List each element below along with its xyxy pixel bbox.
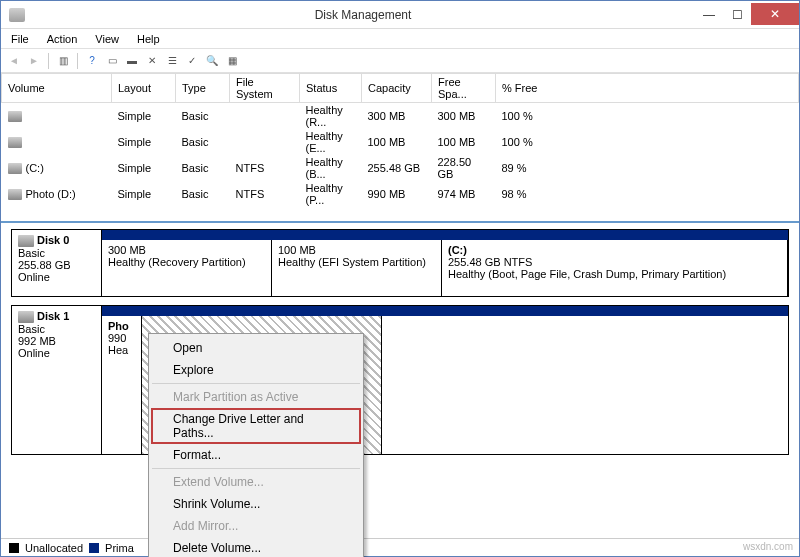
close-button[interactable]: ✕ (751, 3, 799, 25)
minimize-button[interactable]: — (695, 4, 723, 26)
ctx-format[interactable]: Format... (151, 444, 361, 466)
legend-swatch-navy (89, 543, 99, 553)
col-freespace[interactable]: Free Spa... (432, 74, 496, 103)
ctx-change-drive-letter[interactable]: Change Drive Letter and Paths... (151, 408, 361, 444)
cell-pct: 100 % (496, 129, 799, 155)
cell-layout: Simple (112, 103, 176, 130)
volume-icon (8, 137, 22, 148)
cell-free: 300 MB (432, 103, 496, 130)
legend-primary: Prima (105, 542, 134, 554)
partition-header-bar (102, 306, 788, 316)
cell-capacity: 100 MB (362, 129, 432, 155)
properties-icon[interactable]: ☰ (163, 52, 181, 70)
watermark: wsxdn.com (743, 541, 793, 552)
menu-file[interactable]: File (5, 31, 35, 47)
col-pctfree[interactable]: % Free (496, 74, 799, 103)
context-menu: Open Explore Mark Partition as Active Ch… (148, 333, 364, 557)
partition-status: Hea (108, 344, 135, 356)
ctx-sep (152, 383, 360, 384)
volume-name: (C:) (26, 162, 44, 174)
disk-name: Disk 0 (37, 234, 69, 246)
cell-type: Basic (176, 181, 230, 207)
menu-help[interactable]: Help (131, 31, 166, 47)
legend: Unallocated Prima (1, 538, 799, 556)
help-icon[interactable]: ? (83, 52, 101, 70)
legend-unallocated: Unallocated (25, 542, 83, 554)
disk-type: Basic (18, 323, 95, 335)
disk-info-box[interactable]: Disk 1Basic992 MBOnline (12, 306, 102, 454)
partition[interactable]: Pho990Hea (102, 316, 142, 454)
menubar: File Action View Help (1, 29, 799, 49)
toolbar-icon[interactable]: ▥ (54, 52, 72, 70)
legend-swatch-black (9, 543, 19, 553)
partition[interactable]: (C:)255.48 GB NTFSHealthy (Boot, Page Fi… (442, 240, 788, 296)
ctx-open[interactable]: Open (151, 337, 361, 359)
forward-icon: ► (25, 52, 43, 70)
cell-free: 974 MB (432, 181, 496, 207)
toolbar-icon[interactable]: ▭ (103, 52, 121, 70)
volume-icon (8, 163, 22, 174)
cell-pct: 100 % (496, 103, 799, 130)
volume-name: Photo (D:) (26, 188, 76, 200)
toolbar-icon[interactable]: ✓ (183, 52, 201, 70)
cell-fs: NTFS (230, 181, 300, 207)
cell-capacity: 300 MB (362, 103, 432, 130)
partition-status: Healthy (Recovery Partition) (108, 256, 265, 268)
col-fs[interactable]: File System (230, 74, 300, 103)
disk-status: Online (18, 271, 95, 283)
cell-fs (230, 129, 300, 155)
volume-icon (8, 111, 22, 122)
toolbar-icon[interactable]: ▦ (223, 52, 241, 70)
toolbar-sep (48, 53, 49, 69)
window-buttons: — ☐ ✕ (695, 4, 799, 26)
ctx-delete-volume[interactable]: Delete Volume... (151, 537, 361, 557)
cell-capacity: 990 MB (362, 181, 432, 207)
app-icon (9, 8, 25, 22)
ctx-extend-volume: Extend Volume... (151, 471, 361, 493)
col-status[interactable]: Status (300, 74, 362, 103)
cell-free: 100 MB (432, 129, 496, 155)
search-icon[interactable]: 🔍 (203, 52, 221, 70)
ctx-explore[interactable]: Explore (151, 359, 361, 381)
volume-table[interactable]: Volume Layout Type File System Status Ca… (1, 73, 799, 207)
cell-type: Basic (176, 155, 230, 181)
cell-status: Healthy (E... (300, 129, 362, 155)
disk-size: 992 MB (18, 335, 95, 347)
disk-type: Basic (18, 247, 95, 259)
delete-icon[interactable]: ✕ (143, 52, 161, 70)
table-row[interactable]: SimpleBasicHealthy (E...100 MB100 MB100 … (2, 129, 799, 155)
back-icon: ◄ (5, 52, 23, 70)
menu-view[interactable]: View (89, 31, 125, 47)
disk-row: Disk 0Basic255.88 GBOnline300 MBHealthy … (11, 229, 789, 297)
partition-header-bar (102, 230, 788, 240)
partition-status: Healthy (Boot, Page File, Crash Dump, Pr… (448, 268, 781, 280)
cell-layout: Simple (112, 181, 176, 207)
cell-type: Basic (176, 103, 230, 130)
window: Disk Management — ☐ ✕ File Action View H… (0, 0, 800, 557)
cell-capacity: 255.48 GB (362, 155, 432, 181)
cell-layout: Simple (112, 129, 176, 155)
col-volume[interactable]: Volume (2, 74, 112, 103)
col-layout[interactable]: Layout (112, 74, 176, 103)
partition-size: 300 MB (108, 244, 265, 256)
disk-info-box[interactable]: Disk 0Basic255.88 GBOnline (12, 230, 102, 296)
table-row[interactable]: SimpleBasicHealthy (R...300 MB300 MB100 … (2, 103, 799, 130)
disk-icon (18, 235, 34, 247)
table-row[interactable]: Photo (D:)SimpleBasicNTFSHealthy (P...99… (2, 181, 799, 207)
partition[interactable]: 100 MBHealthy (EFI System Partition) (272, 240, 442, 296)
partition[interactable]: 300 MBHealthy (Recovery Partition) (102, 240, 272, 296)
toolbar-icon[interactable]: ▬ (123, 52, 141, 70)
col-type[interactable]: Type (176, 74, 230, 103)
disk-size: 255.88 GB (18, 259, 95, 271)
disk-row: Disk 1Basic992 MBOnlinePho990Hea (11, 305, 789, 455)
maximize-button[interactable]: ☐ (723, 4, 751, 26)
table-row[interactable]: (C:)SimpleBasicNTFSHealthy (B...255.48 G… (2, 155, 799, 181)
ctx-add-mirror: Add Mirror... (151, 515, 361, 537)
col-capacity[interactable]: Capacity (362, 74, 432, 103)
menu-action[interactable]: Action (41, 31, 84, 47)
cell-layout: Simple (112, 155, 176, 181)
partition-size: 100 MB (278, 244, 435, 256)
partition-size: 255.48 GB NTFS (448, 256, 781, 268)
cell-type: Basic (176, 129, 230, 155)
ctx-shrink-volume[interactable]: Shrink Volume... (151, 493, 361, 515)
